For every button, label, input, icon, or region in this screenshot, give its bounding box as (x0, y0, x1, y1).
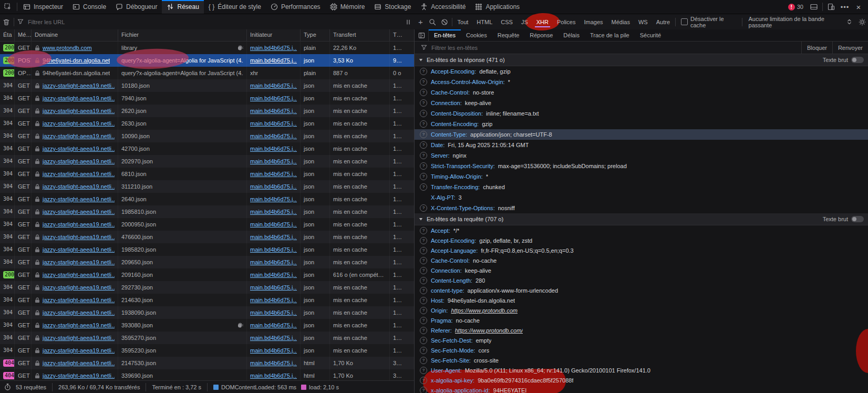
search-button[interactable] (427, 16, 439, 28)
tool-tab-performances[interactable]: Performances (266, 0, 325, 14)
initiator-cell[interactable]: main.bd4b6d75.j… (247, 306, 301, 319)
tool-tab-editeur-de-style[interactable]: { } Éditeur de style (204, 0, 266, 14)
details-tab-reponse[interactable]: Réponse (524, 29, 558, 41)
tool-tab-applications[interactable]: Applications (470, 0, 524, 14)
tool-tab-console[interactable]: Console (68, 0, 111, 14)
network-request-row[interactable]: 304 GET jazzy-starlight-aeea19.netli… 39… (0, 319, 414, 332)
column-header-domain[interactable]: Domaine (32, 29, 118, 41)
initiator-cell[interactable]: main.bd4b6d75.j… (247, 54, 301, 67)
header-row[interactable]: ? Content-Type application/json; charset… (415, 129, 868, 140)
help-icon[interactable]: ? (420, 327, 427, 334)
help-icon[interactable]: ? (420, 297, 427, 304)
initiator-cell[interactable]: main.bd4b6d75.j… (247, 231, 301, 243)
initiator-cell[interactable]: main.bd4b6d75.j… (247, 155, 301, 168)
network-request-row[interactable]: 304 GET jazzy-starlight-aeea19.netli… 79… (0, 92, 414, 105)
help-icon[interactable]: ? (420, 152, 427, 159)
header-row[interactable]: ? Timing-Allow-Origin * (415, 171, 868, 182)
help-icon[interactable]: ? (420, 131, 427, 138)
network-request-row[interactable]: 200 POST 94he6yatei-dsn.algolia.net quer… (0, 54, 414, 67)
details-tab-requete[interactable]: Requête (492, 29, 525, 41)
initiator-cell[interactable]: main.bd4b6d75.j… (247, 332, 301, 344)
help-icon[interactable]: ? (420, 257, 427, 264)
help-icon[interactable]: ? (420, 183, 427, 191)
help-icon[interactable]: ? (420, 387, 427, 393)
header-row[interactable]: ? Content-Length 280 (415, 275, 868, 285)
initiator-cell[interactable]: main.bd4b6d75.j… (247, 130, 301, 142)
details-tab-trace-de-la-pile[interactable]: Trace de la pile (585, 29, 635, 41)
column-header-initiator[interactable]: Initiateur (247, 29, 301, 41)
type-filter-autre[interactable]: Autre (653, 17, 673, 27)
network-request-row[interactable]: 304 GET jazzy-starlight-aeea19.netli… 19… (0, 205, 414, 218)
help-icon[interactable]: ? (420, 110, 427, 117)
network-request-row[interactable]: 304 GET jazzy-starlight-aeea19.netli… 19… (0, 306, 414, 319)
network-request-row[interactable]: 304 GET jazzy-starlight-aeea19.netli… 42… (0, 142, 414, 155)
initiator-cell[interactable]: main.bd4b6d75.j… (247, 105, 301, 117)
initiator-cell[interactable]: main.bd4b6d75.j… (247, 268, 301, 281)
header-row[interactable]: ? x-algolia-api-key 9ba0e69fb2974316cdae… (415, 375, 868, 385)
network-request-row[interactable]: 200 GET jazzy-starlight-aeea19.netli… 20… (0, 268, 414, 281)
details-tab-delais[interactable]: Délais (558, 29, 585, 41)
column-header-transfer[interactable]: Transfert (330, 29, 390, 41)
help-icon[interactable]: ? (420, 287, 427, 294)
network-request-row[interactable]: 304 GET jazzy-starlight-aeea19.netli… 26… (0, 117, 414, 130)
help-icon[interactable]: ? (420, 357, 427, 364)
network-request-row[interactable]: 200 OP… 94he6yatei-dsn.algolia.net query… (0, 67, 414, 79)
raw-toggle-switch[interactable] (851, 216, 864, 222)
type-filter-css[interactable]: CSS (498, 17, 516, 27)
initiator-cell[interactable]: main.bd4b6d75.j… (247, 369, 301, 380)
initiator-cell[interactable]: main.bd4b6d75.j… (247, 180, 301, 193)
help-icon[interactable]: ? (420, 173, 427, 180)
filter-url-input[interactable] (27, 18, 402, 26)
header-row[interactable]: ? Host 94he6yatei-dsn.algolia.net (415, 295, 868, 305)
raw-toggle-switch[interactable] (851, 57, 864, 63)
initiator-cell[interactable]: main.bd4b6d75.j… (247, 218, 301, 231)
details-tab-securite[interactable]: Sécurité (635, 29, 666, 41)
network-request-row[interactable]: 304 GET jazzy-starlight-aeea19.netli… 21… (0, 294, 414, 306)
network-request-row[interactable]: 304 GET jazzy-starlight-aeea19.netli… 10… (0, 79, 414, 92)
header-row[interactable]: ? Date Fri, 15 Aug 2025 21:05:14 GMT (415, 140, 868, 150)
type-filter-html[interactable]: HTML (473, 17, 495, 27)
column-header-time[interactable]: T… (390, 29, 414, 41)
details-tab-cookies[interactable]: Cookies (461, 29, 492, 41)
help-icon[interactable]: ? (420, 99, 427, 107)
type-filter-xhr[interactable]: XHR (533, 17, 552, 27)
header-row[interactable]: ? Origin https://www.protondb.com (415, 305, 868, 315)
disable-cache-checkbox[interactable] (681, 18, 688, 25)
header-row[interactable]: ? Transfer-Encoding chunked (415, 182, 868, 192)
network-request-row[interactable]: 304 GET jazzy-starlight-aeea19.netli… 10… (0, 130, 414, 142)
header-row[interactable]: ? Connection keep-alive (415, 98, 868, 108)
tool-tab-reseau[interactable]: Réseau (162, 0, 203, 14)
network-request-row[interactable]: 304 GET jazzy-starlight-aeea19.netli… 19… (0, 243, 414, 256)
header-row[interactable]: ? User-Agent Mozilla/5.0 (X11; Linux x86… (415, 365, 868, 375)
header-row[interactable]: ? X-Content-Type-Options nosniff (415, 203, 868, 213)
tool-tab-memoire[interactable]: Mémoire (325, 0, 370, 14)
help-icon[interactable]: ? (420, 141, 427, 149)
clear-requests-button[interactable] (0, 16, 13, 28)
header-row[interactable]: ? Server nginx (415, 150, 868, 161)
block-request-button[interactable] (439, 16, 451, 28)
help-icon[interactable]: ? (420, 162, 427, 170)
initiator-cell[interactable]: main.bd4b6d75.j… (247, 319, 301, 332)
type-filter-polices[interactable]: Polices (554, 17, 578, 27)
tool-tab-inspecteur[interactable]: Inspecteur (18, 0, 68, 14)
network-request-row[interactable]: 304 GET jazzy-starlight-aeea19.netli… 20… (0, 155, 414, 168)
column-header-file[interactable]: Fichier (118, 29, 247, 41)
help-icon[interactable]: ? (420, 237, 427, 244)
node-picker-button[interactable] (0, 0, 16, 14)
network-request-row[interactable]: 304 GET jazzy-starlight-aeea19.netli… 26… (0, 105, 414, 117)
initiator-cell[interactable]: main.bd4b6d75.j… (247, 168, 301, 180)
header-row[interactable]: ? Sec-Fetch-Site cross-site (415, 355, 868, 365)
header-row[interactable]: ? Content-Encoding gzip (415, 119, 868, 129)
initiator-cell[interactable]: main.bd4b6d75.j… (247, 243, 301, 256)
split-details-button[interactable] (415, 29, 429, 41)
tool-tab-stockage[interactable]: Stockage (369, 0, 416, 14)
column-header-status[interactable]: Éta (0, 29, 15, 41)
header-row[interactable]: ? Access-Control-Allow-Origin * (415, 77, 868, 87)
tool-tab-accessibilite[interactable]: Accessibilité (416, 0, 470, 14)
network-request-row[interactable]: 304 GET jazzy-starlight-aeea19.netli… 29… (0, 281, 414, 294)
request-headers-section-title[interactable]: En-têtes de la requête (707 o) Texte bru… (415, 213, 868, 225)
initiator-cell[interactable]: main.bd4b6d75.j… (247, 357, 301, 369)
error-count-button[interactable]: ! 30 (785, 4, 807, 11)
initiator-cell[interactable]: main.bd4b6d75.j… (247, 92, 301, 105)
help-icon[interactable]: ? (420, 277, 427, 284)
